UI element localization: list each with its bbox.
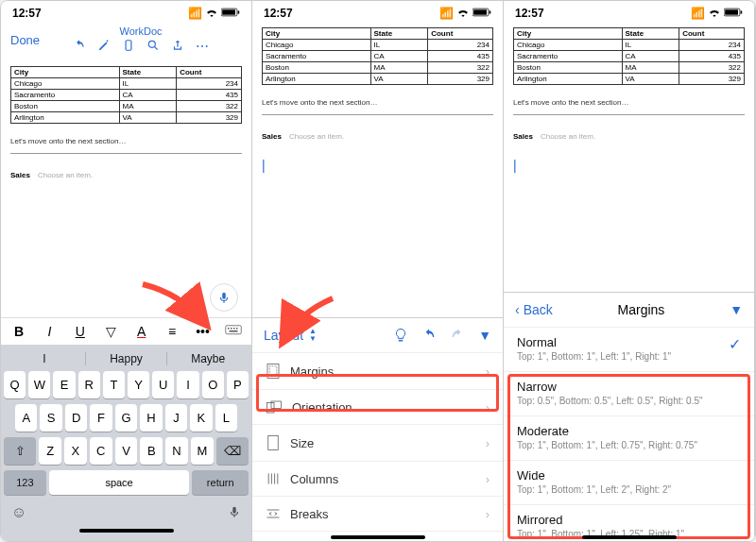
underline-button[interactable]: U: [72, 324, 89, 339]
emoji-key[interactable]: ☺: [11, 504, 26, 523]
highlight-button[interactable]: ▽: [102, 324, 119, 339]
key-w[interactable]: W: [28, 371, 50, 398]
suggestion[interactable]: Happy: [85, 352, 167, 365]
layout-item-columns[interactable]: Columns ›: [252, 462, 503, 497]
return-key[interactable]: return: [192, 470, 249, 495]
draw-icon[interactable]: [97, 39, 111, 55]
suggestion[interactable]: I: [4, 352, 85, 365]
svg-rect-28: [741, 10, 743, 13]
key-y[interactable]: Y: [128, 371, 149, 398]
key-s[interactable]: S: [40, 404, 61, 432]
key-a[interactable]: A: [15, 404, 37, 432]
size-icon: [266, 434, 281, 451]
key-z[interactable]: Z: [39, 437, 61, 465]
document-area[interactable]: City State Count ChicagoIL234 Sacramento…: [1, 60, 251, 317]
document-area[interactable]: City State Count ChicagoIL234 Sacramento…: [504, 22, 754, 292]
opt-name: Moderate: [517, 424, 697, 438]
collapse-icon[interactable]: ▼: [730, 302, 743, 317]
cell: VA: [119, 112, 177, 124]
suggestion[interactable]: Maybe: [166, 352, 249, 365]
layout-item-orientation[interactable]: Orientation ›: [252, 390, 503, 425]
key-row: ASDFGHJKL: [4, 404, 249, 432]
key-n[interactable]: N: [165, 437, 188, 465]
updown-icon[interactable]: ▲▼: [309, 328, 317, 343]
list-label: Margins: [290, 364, 334, 379]
layout-item-margins[interactable]: Margins ›: [252, 353, 503, 390]
share-icon[interactable]: [171, 39, 184, 55]
choose-item[interactable]: Choose an item.: [38, 171, 93, 179]
home-indicator[interactable]: [582, 535, 677, 539]
key-m[interactable]: M: [191, 437, 214, 465]
key-i[interactable]: I: [177, 371, 198, 398]
key-c[interactable]: C: [90, 437, 112, 465]
key-j[interactable]: J: [165, 404, 187, 432]
keyboard-toggle-icon[interactable]: [225, 324, 242, 339]
key-r[interactable]: R: [78, 371, 100, 398]
dictate-button[interactable]: [210, 283, 238, 312]
cell: 435: [679, 51, 745, 62]
choose-item[interactable]: Choose an item.: [541, 132, 595, 141]
margins-title: Margins: [553, 302, 730, 317]
done-button[interactable]: Done: [10, 33, 40, 47]
undo-icon[interactable]: [73, 39, 86, 55]
key-h[interactable]: H: [140, 404, 162, 432]
key-d[interactable]: D: [65, 404, 87, 432]
margin-option-narrow[interactable]: NarrowTop: 0.5", Bottom: 0.5", Left: 0.5…: [504, 372, 754, 416]
margin-option-moderate[interactable]: ModerateTop: 1", Bottom: 1", Left: 0.75"…: [504, 416, 754, 461]
undo-icon[interactable]: [421, 328, 437, 343]
tips-icon[interactable]: [393, 328, 408, 343]
key-p[interactable]: P: [227, 371, 249, 398]
svg-rect-14: [490, 10, 491, 13]
opt-name: Normal: [517, 335, 671, 349]
key-u[interactable]: U: [152, 371, 174, 398]
key-q[interactable]: Q: [4, 371, 26, 398]
delete-key[interactable]: ⌫: [216, 437, 249, 465]
status-icons: 📶: [188, 7, 240, 20]
layout-item-size[interactable]: Size ›: [252, 425, 503, 462]
mic-key[interactable]: [228, 504, 241, 523]
layout-item-breaks[interactable]: Breaks ›: [252, 497, 503, 532]
margin-option-wide[interactable]: WideTop: 1", Bottom: 1", Left: 2", Right…: [504, 461, 754, 505]
keyboard[interactable]: I Happy Maybe QWERTYUIOP ASDFGHJKL ⇧ ZXC…: [1, 345, 251, 542]
key-b[interactable]: B: [140, 437, 163, 465]
space-key[interactable]: space: [49, 470, 190, 495]
shift-key[interactable]: ⇧: [4, 437, 36, 465]
redo-icon[interactable]: [450, 328, 465, 343]
opt-name: Narrow: [517, 380, 703, 394]
section-text: Let's move onto the next section…: [513, 98, 745, 107]
key-g[interactable]: G: [115, 404, 137, 432]
key-k[interactable]: K: [190, 404, 212, 432]
cell: MA: [622, 62, 679, 74]
layout-title[interactable]: Layout: [264, 328, 303, 343]
choose-item[interactable]: Choose an item.: [289, 132, 344, 141]
list-label: Orientation: [292, 400, 352, 415]
key-f[interactable]: F: [90, 404, 112, 432]
font-color-button[interactable]: A: [133, 324, 150, 339]
key-e[interactable]: E: [53, 371, 75, 398]
home-indicator[interactable]: [331, 535, 425, 539]
wifi-icon: [205, 7, 218, 20]
bullets-button[interactable]: ≡: [163, 324, 180, 339]
numbers-key[interactable]: 123: [4, 470, 46, 495]
svg-rect-3: [126, 41, 131, 51]
search-icon[interactable]: [146, 39, 160, 55]
key-o[interactable]: O: [202, 371, 224, 398]
document-area[interactable]: City State Count ChicagoIL234 Sacramento…: [252, 22, 503, 317]
device-icon[interactable]: [122, 39, 135, 55]
svg-point-4: [148, 41, 155, 47]
key-t[interactable]: T: [103, 371, 125, 398]
check-icon: ✓: [729, 335, 741, 353]
back-button[interactable]: ‹ Back: [515, 302, 553, 317]
more-format-button[interactable]: •••: [195, 324, 212, 339]
collapse-icon[interactable]: ▼: [478, 328, 491, 343]
home-indicator[interactable]: [79, 529, 174, 533]
margin-option-normal[interactable]: NormalTop: 1", Bottom: 1", Left: 1", Rig…: [504, 328, 754, 372]
bold-button[interactable]: B: [10, 324, 27, 339]
key-l[interactable]: L: [215, 404, 237, 432]
key-v[interactable]: V: [115, 437, 138, 465]
cell: 322: [679, 62, 745, 74]
italic-button[interactable]: I: [41, 324, 58, 339]
more-icon[interactable]: ⋯: [196, 39, 209, 55]
key-x[interactable]: X: [64, 437, 87, 465]
list-label: Breaks: [290, 507, 328, 521]
